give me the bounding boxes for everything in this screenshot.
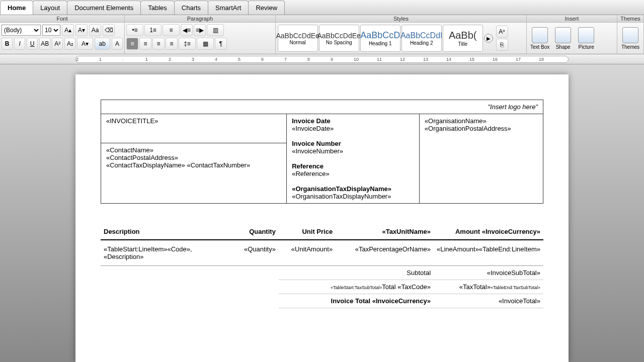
subscript-button[interactable]: A₂ [64,38,75,50]
tab-document-elements[interactable]: Document Elements [67,1,141,15]
font-color-button[interactable]: A▾ [77,38,93,50]
group-label-font: Font [0,15,124,23]
tab-charts[interactable]: Charts [174,1,208,15]
table-header-row: Description Quantity Unit Price «TaxUnit… [101,224,543,240]
insert-shape-button[interactable]: Shape [552,27,574,50]
group-label-paragraph: Paragraph [125,15,275,23]
group-label-themes: Themes [617,15,643,23]
group-paragraph: Paragraph •≡ 1≡ ≡ ◀≡ ≡▶ ▥ ≡ ≡ ≡ ≡ ‡≡ ▦ ¶ [125,15,276,54]
insert-picture-button[interactable]: Picture [575,27,597,50]
line-items-table: Description Quantity Unit Price «TaxUnit… [101,224,543,308]
tax-subtotal-row: «TableStart:TaxSubTotal»Total «TaxCode» … [101,280,543,294]
insert-textbox-button[interactable]: Text Box [529,27,551,50]
invoice-title: «INVOICETITLE» [101,114,287,143]
manage-styles-button[interactable]: ⎘ [496,39,508,51]
style-heading-2[interactable]: AaBbCcDdIHeading 2 [401,25,442,52]
themes-icon [622,27,638,43]
group-styles: Styles AaBbCcDdEeNormal AaBbCcDdEeNo Spa… [276,15,527,54]
font-name-select[interactable]: (Body) [2,25,41,36]
italic-button[interactable]: I [14,38,25,50]
textbox-icon [532,27,548,43]
table-row: «TableStart:LineItem»«Code», «Descriptio… [101,240,543,266]
col-description: Description [101,224,233,240]
align-left-button[interactable]: ≡ [126,38,138,50]
font-size-select[interactable]: 10 [42,25,60,36]
col-tax: «TaxUnitName» [336,224,434,240]
subtotal-row: Subtotal «InvoiceSubTotal» [101,266,543,280]
shape-icon [555,27,571,43]
themes-button[interactable]: Themes [619,27,641,50]
col-unit-price: Unit Price [279,224,336,240]
ribbon: Font (Body) 10 A▴ A▾ Aa ⌫ B I U AB A² A₂… [0,15,644,54]
grow-font-button[interactable]: A▴ [62,24,74,36]
styles-pane-button[interactable]: Aᵃ [496,26,508,38]
tab-smartart[interactable]: SmartArt [208,1,249,15]
document-page[interactable]: "Insert logo here" «INVOICETITLE» Invoic… [75,74,569,362]
contact-cell: «ContactName» «ContactPostalAddress» «Co… [101,143,287,203]
text-effects-button[interactable]: A [112,38,123,50]
invoice-header-table: "Insert logo here" «INVOICETITLE» Invoic… [101,100,543,204]
invoice-meta-cell: Invoice Date «InvoiceDate» Invoice Numbe… [287,114,420,204]
tab-home[interactable]: Home [0,1,33,15]
change-case-button[interactable]: Aa [89,24,101,36]
superscript-button[interactable]: A² [52,38,63,50]
multilevel-button[interactable]: ≡ [163,24,180,36]
group-font: Font (Body) 10 A▴ A▾ Aa ⌫ B I U AB A² A₂… [0,15,125,54]
picture-icon [578,27,594,43]
col-quantity: Quantity [233,224,279,240]
shading-button[interactable]: ▦ [197,38,214,50]
style-title[interactable]: AaBb(Title [443,25,483,52]
numbering-button[interactable]: 1≡ [144,24,162,36]
line-spacing-button[interactable]: ‡≡ [179,38,196,50]
tab-layout[interactable]: Layout [33,1,67,15]
bold-button[interactable]: B [2,38,13,50]
align-center-button[interactable]: ≡ [139,38,151,50]
style-normal[interactable]: AaBbCcDdEeNormal [278,25,318,52]
tab-review[interactable]: Review [248,1,285,15]
workspace: "Insert logo here" «INVOICETITLE» Invoic… [0,64,644,362]
indent-button[interactable]: ≡▶ [194,24,206,36]
horizontal-ruler[interactable]: 21·123456789101112131415161718 [0,54,644,64]
shrink-font-button[interactable]: A▾ [75,24,88,36]
bullets-button[interactable]: •≡ [126,24,143,36]
group-label-insert: Insert [527,15,617,23]
show-marks-button[interactable]: ¶ [215,38,227,50]
group-label-styles: Styles [276,15,526,23]
group-insert: Insert Text Box Shape Picture [527,15,617,54]
columns-button[interactable]: ▥ [207,24,224,36]
invoice-total-row: Invoice Total «InvoiceCurrency» «Invoice… [101,294,543,308]
align-right-button[interactable]: ≡ [152,38,165,50]
outdent-button[interactable]: ◀≡ [181,24,193,36]
strike-button[interactable]: AB [39,38,50,50]
ribbon-tabs: Home Layout Document Elements Tables Cha… [0,0,644,15]
underline-button[interactable]: U [27,38,38,50]
style-heading-1[interactable]: AaBbCcDHeading 1 [360,25,400,52]
logo-placeholder: "Insert logo here" [101,100,543,114]
organisation-cell: «OrganisationName» «OrganisationPostalAd… [419,114,543,204]
highlight-button[interactable]: ab [95,38,110,50]
justify-button[interactable]: ≡ [166,38,178,50]
styles-more-button[interactable]: ▶ [484,34,493,43]
clear-format-button[interactable]: ⌫ [103,24,115,36]
tab-tables[interactable]: Tables [140,1,175,15]
col-amount: Amount «InvoiceCurrency» [434,224,543,240]
style-no-spacing[interactable]: AaBbCcDdEeNo Spacing [319,25,359,52]
group-themes: Themes Themes [617,15,644,54]
